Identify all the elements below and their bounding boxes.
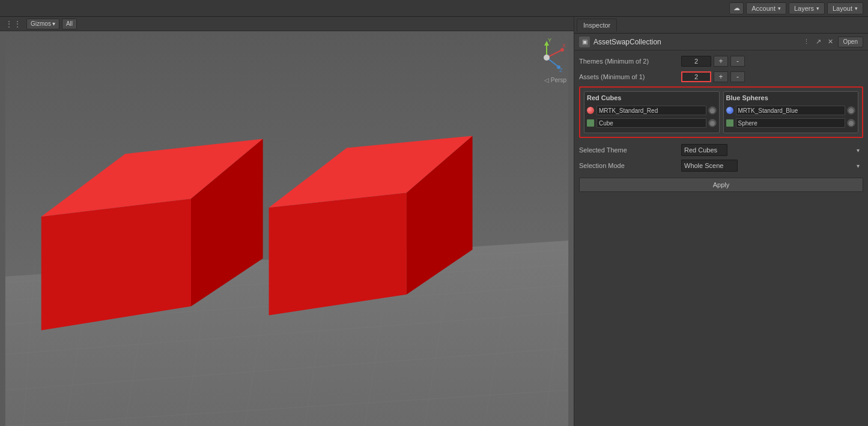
themes-panel: Red Cubes MRTK_Standard_Red ◎ Cube ◎ xyxy=(579,86,863,138)
blue-spheres-header: Blue Spheres xyxy=(726,94,856,103)
cloud-icon: ☁ xyxy=(733,4,740,12)
blue-mesh-circle-button[interactable]: ◎ xyxy=(847,119,855,127)
gizmos-label: Gizmos xyxy=(31,20,51,27)
scene-toolbar: ⋮⋮ Gizmos ▾ All xyxy=(0,17,574,31)
scene-canvas xyxy=(0,31,574,426)
selected-theme-row: Selected Theme Red Cubes Blue Spheres xyxy=(579,144,863,156)
all-label: All xyxy=(66,20,73,27)
inspector-header-actions: ⋮ ↗ ✕ Open xyxy=(802,37,863,47)
inspector-header: ▣ AssetSwapCollection ⋮ ↗ ✕ Open xyxy=(574,34,868,50)
blue-spheres-column: Blue Spheres MRTK_Standard_Blue ◎ Sphere… xyxy=(723,91,859,133)
themes-row: Themes (Minimum of 2) + - xyxy=(579,55,863,67)
red-material-name: MRTK_Standard_Red xyxy=(596,106,706,115)
assets-value-input[interactable] xyxy=(681,71,711,82)
assets-label: Assets (Minimum of 1) xyxy=(579,73,681,80)
layout-button[interactable]: Layout ▾ xyxy=(827,2,863,14)
layers-label: Layers xyxy=(794,5,814,12)
red-cubes-header: Red Cubes xyxy=(587,94,717,103)
blue-material-circle-button[interactable]: ◎ xyxy=(847,106,855,115)
selection-mode-select[interactable]: Whole Scene Selected Objects xyxy=(681,160,738,172)
selected-theme-select[interactable]: Red Cubes Blue Spheres xyxy=(681,144,727,156)
themes-plus-button[interactable]: + xyxy=(714,56,728,67)
selection-mode-label: Selection Mode xyxy=(579,162,681,169)
open-button[interactable]: Open xyxy=(838,37,863,47)
tab-inspector-label: Inspector xyxy=(583,22,610,29)
inspector-body: Themes (Minimum of 2) + - Assets (Minimu… xyxy=(574,50,868,426)
inspector-options-icon[interactable]: ⋮ xyxy=(802,37,812,47)
cloud-button[interactable]: ☁ xyxy=(729,2,744,14)
red-material-row: MRTK_Standard_Red ◎ xyxy=(587,105,717,116)
red-mesh-icon xyxy=(587,119,594,127)
gizmos-arrow-icon: ▾ xyxy=(52,20,55,27)
toolbar-handle-icon: ⋮⋮ xyxy=(5,19,22,29)
blue-mesh-icon xyxy=(726,119,733,127)
themes-columns: Red Cubes MRTK_Standard_Red ◎ Cube ◎ xyxy=(584,91,858,133)
blue-material-icon xyxy=(726,107,733,114)
inspector-tab-bar: Inspector xyxy=(574,17,868,34)
themes-minus-button[interactable]: - xyxy=(730,56,745,67)
red-cubes-column: Red Cubes MRTK_Standard_Red ◎ Cube ◎ xyxy=(584,91,720,133)
svg-point-33 xyxy=(544,55,550,61)
assets-minus-button[interactable]: - xyxy=(730,71,745,82)
inspector-expand-icon[interactable]: ↗ xyxy=(814,37,824,47)
account-label: Account xyxy=(751,5,775,12)
svg-marker-21 xyxy=(269,193,407,315)
scene-svg xyxy=(0,31,574,426)
svg-text:Y: Y xyxy=(548,38,551,43)
red-mesh-name: Cube xyxy=(596,118,706,128)
tab-inspector[interactable]: Inspector xyxy=(577,19,617,32)
assets-row: Assets (Minimum of 1) + - xyxy=(579,71,863,83)
scene-viewport: ⋮⋮ Gizmos ▾ All xyxy=(0,17,574,426)
blue-mesh-row: Sphere ◎ xyxy=(726,118,856,128)
blue-mesh-name: Sphere xyxy=(736,118,846,128)
red-mesh-row: Cube ◎ xyxy=(587,118,717,128)
scene-gizmo[interactable]: Y X Z xyxy=(527,38,566,77)
layout-arrow-icon: ▾ xyxy=(855,5,858,11)
top-bar: ☁ Account ▾ Layers ▾ Layout ▾ xyxy=(0,0,868,17)
component-title: AssetSwapCollection xyxy=(593,38,798,46)
selection-mode-dropdown-wrapper: Whole Scene Selected Objects xyxy=(681,160,863,172)
red-material-icon xyxy=(587,107,594,114)
inspector-close-icon[interactable]: ✕ xyxy=(826,37,836,47)
selection-mode-row: Selection Mode Whole Scene Selected Obje… xyxy=(579,160,863,172)
account-button[interactable]: Account ▾ xyxy=(746,2,786,14)
themes-label: Themes (Minimum of 2) xyxy=(579,58,681,65)
gizmos-button[interactable]: Gizmos ▾ xyxy=(26,19,59,29)
selected-theme-label: Selected Theme xyxy=(579,146,681,154)
apply-button[interactable]: Apply xyxy=(579,178,863,192)
account-arrow-icon: ▾ xyxy=(778,5,781,11)
layers-button[interactable]: Layers ▾ xyxy=(789,2,825,14)
main-area: ⋮⋮ Gizmos ▾ All xyxy=(0,17,868,426)
red-material-circle-button[interactable]: ◎ xyxy=(708,106,717,115)
svg-text:X: X xyxy=(562,43,566,49)
layers-arrow-icon: ▾ xyxy=(816,5,819,11)
red-mesh-circle-button[interactable]: ◎ xyxy=(708,119,717,127)
blue-material-row: MRTK_Standard_Blue ◎ xyxy=(726,105,856,116)
assets-plus-button[interactable]: + xyxy=(714,71,728,82)
unity-logo-icon: ▣ xyxy=(579,37,590,47)
inspector-panel: Inspector ▣ AssetSwapCollection ⋮ ↗ ✕ Op… xyxy=(574,17,868,426)
themes-value-input[interactable] xyxy=(681,56,711,67)
svg-text:Z: Z xyxy=(559,67,563,73)
selected-theme-dropdown-wrapper: Red Cubes Blue Spheres xyxy=(681,144,863,156)
blue-material-name: MRTK_Standard_Blue xyxy=(736,106,846,115)
persp-label: ◁ Persp xyxy=(544,77,566,83)
all-button[interactable]: All xyxy=(62,19,77,29)
layout-label: Layout xyxy=(833,5,852,12)
